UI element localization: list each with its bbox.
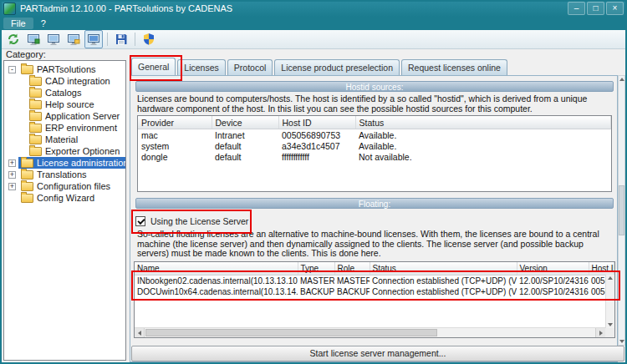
column-header-host-id[interactable]: Host ID [278,116,355,129]
update-icon[interactable] [24,30,43,48]
column-header-status[interactable]: Status [355,116,611,129]
scroll-right-icon[interactable] [595,328,605,337]
floating-header: Floating: [135,198,614,209]
window-title: PARTadmin 12.10.00 - PARTsolutions by CA… [20,3,232,13]
tree-item-partsolutions[interactable]: - PARTsolutions [4,63,125,75]
cell-host-id[interactable]: a34e3d1c4507 [278,140,355,151]
cell-type[interactable]: BACKUP [298,286,334,297]
tab-protocol[interactable]: Protocol [227,59,273,75]
cell-provider[interactable]: system [138,140,212,151]
license-server-checkbox-label[interactable]: Using the License Server [150,216,248,226]
toolbar [0,30,627,49]
tree-item-erp-environment[interactable]: ERP environment [4,122,125,134]
toolbar-separator [135,33,135,46]
admin-shield-icon[interactable] [140,30,158,48]
folder-icon [29,88,42,98]
close-icon[interactable]: × [606,2,624,15]
menu-help[interactable]: ? [33,18,54,29]
cell-name[interactable]: INbookgen02.cadenas.internal(10.13.13.10… [135,276,298,287]
scroll-up-icon[interactable] [608,276,613,280]
scrollbar-thumb[interactable] [145,329,437,336]
table-row-mac[interactable]: mac Intranet 005056890753 Available. [138,129,611,141]
column-header-type[interactable]: Type [298,262,334,276]
cell-type[interactable]: MASTER [298,276,334,287]
scroll-down-icon[interactable] [619,340,624,343]
tree-item-catalogs[interactable]: Catalogs [4,87,125,99]
tab-general[interactable]: General [131,58,176,75]
tree-item-translations[interactable]: + Translations [4,169,125,180]
tree-item-application-server[interactable]: Application Server [4,110,125,122]
cell-version[interactable]: 12.00/SP10/243168 [517,286,589,297]
column-header-host-id[interactable]: Host ID [589,262,614,276]
monitor-icon[interactable] [84,30,103,48]
table-row-master-server[interactable]: INbookgen02.cadenas.internal(10.13.13.10… [135,276,614,287]
cell-host-id[interactable]: ffffffffffff [278,151,355,162]
category-tree: - PARTsolutions CAD integration Catalogs… [3,60,126,361]
tab-license-product-preselection[interactable]: License product preselection [274,59,400,75]
cell-device[interactable]: Intranet [212,129,278,141]
cell-status[interactable]: Connection established (TCP+UDP) (V3) [370,276,517,287]
tree-item-exporter-optionen[interactable]: Exporter Optionen [4,145,125,157]
column-header-role[interactable]: Role [334,262,370,276]
vertical-scrollbar[interactable] [618,75,625,346]
column-header-version[interactable]: Version [517,262,589,276]
collapse-icon[interactable]: - [8,66,16,73]
column-header-provider[interactable]: Provider [138,116,212,129]
table-row-backup-server[interactable]: DOCUwin10x64.cadenas.internal(10.13.14.2… [135,286,614,297]
cell-host-id[interactable]: 005056890753 [278,129,355,141]
column-header-name[interactable]: Name [135,262,298,276]
scroll-up-icon[interactable] [619,78,624,81]
cell-role[interactable]: MASTER [334,276,370,287]
folder-icon [21,182,33,191]
partadmin-window: PARTadmin 12.10.00 - PARTsolutions by CA… [0,0,627,364]
tree-item-label: CAD integration [45,76,110,86]
menu-file[interactable]: File [3,18,33,29]
tab-request-licenses-online[interactable]: Request licenses online [401,59,507,75]
cell-status[interactable]: Connection established (TCP+UDP) (V3) [370,286,517,297]
tree-item-config-wizard[interactable]: Config Wizard [4,192,125,204]
table-horizontal-scrollbar[interactable] [135,327,605,337]
start-license-server-management-button[interactable]: Start license server management... [131,346,624,361]
cell-version[interactable]: 12.00/SP10/243168 [517,276,589,287]
scrollbar-thumb[interactable] [619,185,624,235]
refresh-icon[interactable] [4,30,23,48]
cell-role[interactable]: BACKUP [334,286,370,297]
expand-icon[interactable]: + [8,159,16,167]
scroll-down-icon[interactable] [608,323,613,326]
tree-item-license-administration[interactable]: + License administration [4,157,125,169]
column-header-status[interactable]: Status [370,262,517,276]
expand-icon[interactable]: + [8,183,16,190]
tab-licenses[interactable]: Licenses [177,59,225,75]
cell-status[interactable]: Available. [355,140,611,151]
save-icon[interactable] [112,30,130,48]
hostid-description: Licenses are bound to computers/hosts. T… [137,94,612,114]
cell-device[interactable]: default [212,140,278,151]
cell-status[interactable]: Not available. [355,151,611,162]
tree-item-help-source[interactable]: Help source [4,99,125,110]
tree-item-material[interactable]: Material [4,134,125,145]
table-vertical-scrollbar[interactable] [605,275,614,328]
table-row-system[interactable]: system default a34e3d1c4507 Available. [138,140,611,151]
cell-device[interactable]: default [212,151,278,162]
license-server-checkbox-row: Using the License Server [135,215,248,227]
scrollbar-corner [605,328,614,337]
tree-item-label: License administration [37,158,126,168]
license-server-checkbox[interactable] [135,216,145,226]
tree-item-label: ERP environment [45,123,117,133]
transfer-icon[interactable] [64,30,83,48]
cell-name[interactable]: DOCUwin10x64.cadenas.internal(10.13.14.2… [135,286,298,297]
cell-status[interactable]: Available. [355,129,611,141]
scroll-left-icon[interactable] [135,328,145,337]
app-icon [3,3,16,15]
tree-item-configuration-files[interactable]: + Configuration files [4,180,125,192]
minimize-icon[interactable]: – [568,2,585,15]
maximize-icon[interactable]: □ [587,2,604,15]
column-header-device[interactable]: Device [212,116,278,129]
tree-item-cad-integration[interactable]: CAD integration [4,75,125,87]
computer-icon[interactable] [44,30,63,48]
expand-icon[interactable]: + [8,171,16,179]
table-row-dongle[interactable]: dongle default ffffffffffff Not availabl… [138,151,611,162]
cell-provider[interactable]: dongle [138,151,212,162]
tree-item-label: Help source [45,99,94,109]
cell-provider[interactable]: mac [138,129,212,141]
